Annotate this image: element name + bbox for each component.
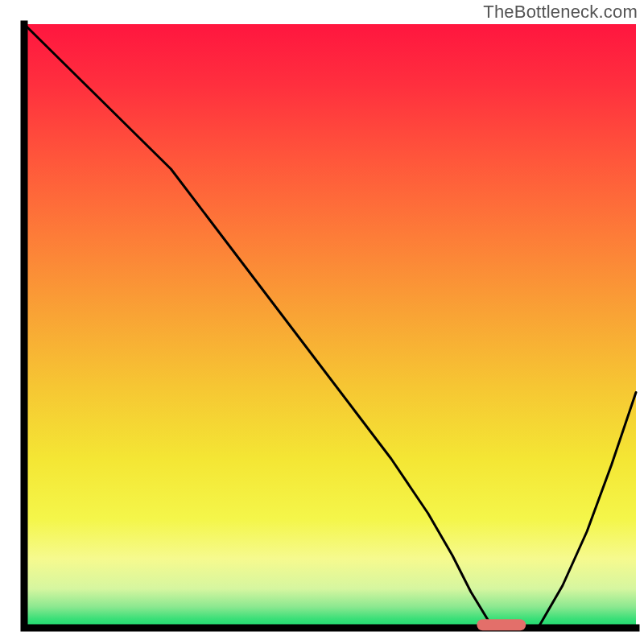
optimum-marker: [477, 619, 526, 630]
chart-container: TheBottleneck.com: [0, 0, 644, 644]
bottleneck-chart: [0, 0, 644, 644]
